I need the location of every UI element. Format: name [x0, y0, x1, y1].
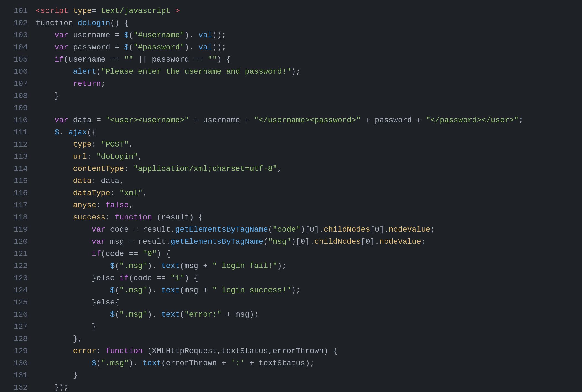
- line-number: 116: [6, 187, 28, 199]
- code-line: 104 var password = $("#password"). val()…: [0, 41, 582, 54]
- code-line: 109: [0, 102, 582, 114]
- code-token: ).: [147, 286, 161, 295]
- code-token: childNodes: [324, 225, 370, 234]
- line-content: $(".msg"). text("error:" + msg);: [36, 309, 576, 321]
- code-token: msg = result.: [106, 237, 170, 246]
- code-token: =: [92, 7, 101, 15]
- code-token: [36, 201, 73, 210]
- code-token: "msg": [268, 237, 291, 246]
- code-line: 107 return;: [0, 78, 582, 90]
- code-line: 121 if(code == "0") {: [0, 248, 582, 260]
- code-token: $: [110, 262, 115, 270]
- code-token: () {: [110, 19, 129, 27]
- code-token: ) {: [157, 250, 170, 258]
- code-line: 106 alert("Please enter the username and…: [0, 66, 582, 78]
- code-token: :: [124, 165, 133, 173]
- code-token: "": [208, 55, 217, 64]
- code-line: 111 $. ajax({: [0, 126, 582, 139]
- code-token: [36, 140, 73, 149]
- code-line: 122 $(".msg"). text(msg + " login fail!"…: [0, 260, 582, 272]
- code-token: ).: [147, 310, 161, 319]
- code-token: $: [124, 31, 129, 39]
- line-number: 101: [6, 5, 28, 17]
- code-line: 129 error: function (XMLHttpRequest,text…: [0, 345, 582, 357]
- code-token: ,: [143, 189, 147, 197]
- code-line: 118 success: function (result) {: [0, 211, 582, 224]
- code-token: ();: [212, 31, 226, 39]
- code-token: [36, 237, 92, 246]
- code-token: [36, 128, 54, 137]
- code-token: [36, 359, 92, 367]
- code-line: 115 data: data,: [0, 175, 582, 187]
- line-content: var data = "<user><username>" + username…: [36, 114, 576, 126]
- code-token: ".msg": [119, 286, 147, 295]
- code-token: : data,: [92, 177, 124, 185]
- code-token: });: [36, 383, 69, 392]
- code-token: (: [263, 237, 268, 246]
- line-number: 129: [6, 345, 28, 357]
- code-token: val: [198, 43, 212, 52]
- code-token: :: [106, 213, 115, 222]
- line-number: 127: [6, 321, 28, 333]
- line-content: if(username == "" || password == "") {: [36, 54, 576, 65]
- code-line: 125 }else{: [0, 296, 582, 309]
- code-token: "0": [143, 250, 156, 258]
- code-line: 117 anysc: false,: [0, 199, 582, 211]
- line-content: return;: [36, 78, 576, 90]
- code-token: ).: [185, 43, 198, 52]
- code-token: "#password": [133, 43, 185, 52]
- code-token: "</username><password>": [254, 116, 361, 125]
- line-content: var msg = result.getElementsByTagName("m…: [36, 236, 576, 248]
- code-token: }: [36, 371, 78, 380]
- line-content: data: data,: [36, 175, 576, 187]
- line-content: var code = result.getElementsByTagName("…: [36, 224, 576, 235]
- code-token: "#username": [133, 31, 185, 39]
- code-token: function: [115, 213, 152, 222]
- code-token: false: [106, 201, 129, 210]
- code-line: 112 type: "POST",: [0, 139, 582, 151]
- code-token: text/javascript: [101, 7, 170, 15]
- code-token: childNodes: [314, 237, 361, 246]
- code-token: ) {: [217, 55, 231, 64]
- code-token: [36, 213, 73, 222]
- line-number: 111: [6, 126, 28, 138]
- code-token: "application/xml;charset=utf-8": [133, 165, 277, 173]
- line-number: 102: [6, 17, 28, 29]
- code-line: 102function doLogin() {: [0, 17, 582, 29]
- code-token: (errorThrown +: [161, 359, 231, 367]
- code-token: function: [36, 19, 78, 27]
- code-token: dataType: [73, 189, 110, 197]
- line-content: }: [36, 369, 576, 381]
- code-token: [0].: [361, 237, 379, 246]
- code-token: [36, 225, 92, 234]
- code-token: ).: [129, 359, 143, 367]
- line-number: 106: [6, 66, 28, 78]
- code-token: (: [115, 286, 120, 295]
- line-number: 123: [6, 272, 28, 284]
- code-token: + username +: [189, 116, 254, 125]
- line-number: 130: [6, 357, 28, 369]
- code-token: ,: [138, 152, 143, 161]
- code-token: var: [92, 225, 106, 234]
- code-token: ,: [129, 201, 133, 210]
- code-token: anysc: [73, 201, 96, 210]
- code-line: 124 $(".msg"). text(msg + " login succes…: [0, 284, 582, 296]
- code-token: ".msg": [119, 262, 147, 270]
- line-content: }else{: [36, 296, 576, 308]
- code-token: var: [54, 43, 68, 52]
- line-content: var password = $("#password"). val();: [36, 41, 576, 53]
- line-content: alert("Please enter the username and pas…: [36, 66, 576, 78]
- code-token: ;: [519, 116, 523, 125]
- code-token: )[0].: [301, 225, 324, 234]
- code-token: ,: [277, 165, 282, 173]
- line-number: 110: [6, 114, 28, 126]
- code-token: }: [36, 322, 96, 331]
- code-token: ).: [147, 262, 161, 270]
- code-line: 108 }: [0, 90, 582, 102]
- code-token: type: [73, 140, 91, 149]
- line-number: 128: [6, 333, 28, 345]
- code-line: 132 });: [0, 382, 582, 392]
- code-token: text: [161, 262, 180, 270]
- code-token: $: [110, 310, 115, 319]
- code-line: 120 var msg = result.getElementsByTagNam…: [0, 236, 582, 248]
